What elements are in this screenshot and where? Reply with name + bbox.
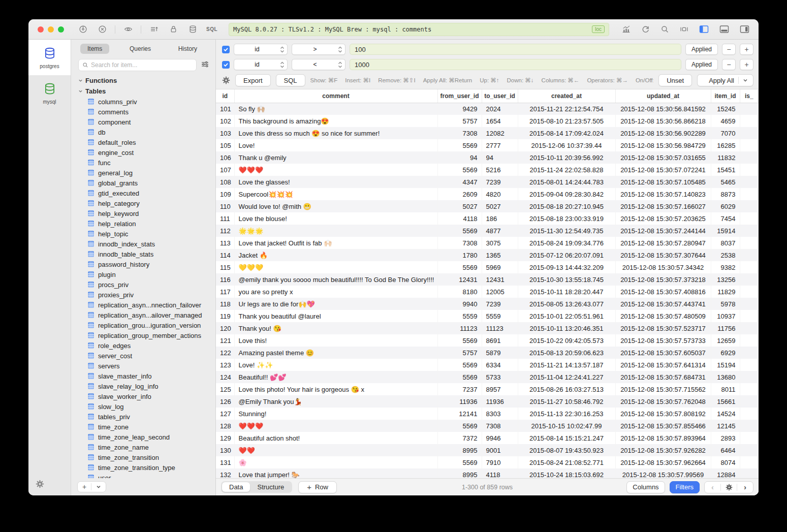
- unset-button[interactable]: Unset: [658, 74, 692, 86]
- table-row[interactable]: 123 Love! ✨✨ 5569 6334 2015-11-21 14:13:…: [216, 359, 759, 371]
- cell-item-id[interactable]: 13256: [711, 273, 740, 286]
- cell-is[interactable]: [740, 359, 759, 371]
- focus-mode-icon[interactable]: [676, 23, 691, 36]
- filter-enabled-checkbox[interactable]: [222, 61, 230, 69]
- cell-to-user-id[interactable]: 4820: [482, 188, 518, 200]
- cell-from-user-id[interactable]: 5569: [437, 334, 482, 347]
- columns-button[interactable]: Columns: [626, 481, 665, 493]
- cell-comment[interactable]: Would love to! @mith 😬: [234, 200, 437, 212]
- cell-updated-at[interactable]: 2015-12-08 15:30:57.072241: [615, 164, 711, 176]
- table-row[interactable]: 106 Thank u @emily 94 94 2015-10-11 20:3…: [216, 151, 759, 164]
- filter-applied-button[interactable]: Applied: [685, 44, 718, 55]
- sidebar-table-item[interactable]: component: [78, 117, 215, 127]
- cell-item-id[interactable]: 11832: [711, 151, 740, 164]
- col-header-created-at[interactable]: created_at: [518, 89, 615, 103]
- cell-from-user-id[interactable]: 5569: [437, 261, 482, 273]
- cell-updated-at[interactable]: 2015-12-08 15:30:57.280947: [615, 237, 711, 249]
- cell-updated-at[interactable]: 2015-12-08 15:30:57.105485: [615, 176, 711, 188]
- table-row[interactable]: 105 Love! 5569 2777 2015-12-06 10:37:39.…: [216, 139, 759, 151]
- cell-updated-at[interactable]: 2015-12-08 15:30:57.480509: [615, 310, 711, 322]
- search-icon[interactable]: [657, 23, 672, 36]
- cell-created-at[interactable]: 2015-11-27 10:58:46.792: [518, 395, 615, 408]
- cell-is[interactable]: [740, 200, 759, 212]
- connection-postgres[interactable]: postgres: [28, 40, 71, 75]
- table-row[interactable]: 121 Love this! 5569 8691 2015-10-22 09:4…: [216, 334, 759, 347]
- sidebar-table-item[interactable]: time_zone_leap_second: [78, 432, 215, 442]
- add-item-button[interactable]: +: [78, 483, 91, 491]
- cell-item-id[interactable]: 15661: [711, 395, 740, 408]
- add-row-button[interactable]: + Row: [298, 481, 337, 493]
- cell-created-at[interactable]: 2015-09-13 14:44:32.209: [518, 261, 615, 273]
- cell-comment[interactable]: Love!: [234, 139, 437, 151]
- sidebar-table-item[interactable]: plugin: [78, 269, 215, 279]
- cell-item-id[interactable]: 12145: [711, 420, 740, 432]
- cell-item-id[interactable]: 4659: [711, 115, 740, 127]
- sidebar-table-item[interactable]: slave_master_info: [78, 371, 215, 381]
- table-row[interactable]: 109 Supercool💥💥💥 2609 4820 2015-09-04 09…: [216, 188, 759, 200]
- cell-created-at[interactable]: 2015-12-06 10:37:39.44: [518, 139, 615, 151]
- cell-item-id[interactable]: 7454: [711, 212, 740, 225]
- toggle-right-panel-icon[interactable]: [736, 23, 752, 36]
- cell-is[interactable]: [740, 420, 759, 432]
- connection-mysql[interactable]: mysql: [28, 75, 71, 111]
- cell-comment[interactable]: Jacket 🔥: [234, 249, 437, 261]
- cell-created-at[interactable]: 2015-08-14 17:09:42.024: [518, 127, 615, 139]
- cell-from-user-id[interactable]: 7237: [437, 383, 482, 395]
- cell-created-at[interactable]: 2015-11-13 22:30:16.253: [518, 408, 615, 420]
- sidebar-table-item[interactable]: time_zone_transition_type: [78, 462, 215, 473]
- cell-updated-at[interactable]: 2015-12-08 15:30:57.715562: [615, 383, 711, 395]
- filter-remove-button[interactable]: −: [722, 44, 736, 55]
- table-row[interactable]: 129 Beautiful action shot! 7372 9946 201…: [216, 432, 759, 444]
- cell-from-user-id[interactable]: 11123: [437, 322, 482, 334]
- filter-add-button[interactable]: +: [740, 59, 753, 70]
- sidebar-table-item[interactable]: func: [78, 158, 215, 168]
- cell-id[interactable]: 107: [216, 164, 234, 176]
- cell-item-id[interactable]: 13680: [711, 371, 740, 383]
- cell-from-user-id[interactable]: 7308: [437, 237, 482, 249]
- cell-comment[interactable]: Love the glasses!: [234, 176, 437, 188]
- cell-to-user-id[interactable]: 7239: [482, 176, 518, 188]
- cell-created-at[interactable]: 2015-08-24 19:09:34.776: [518, 237, 615, 249]
- cell-to-user-id[interactable]: 5733: [482, 371, 518, 383]
- cell-from-user-id[interactable]: 5559: [437, 310, 482, 322]
- cell-id[interactable]: 117: [216, 286, 234, 298]
- cell-is[interactable]: [740, 139, 759, 151]
- cell-from-user-id[interactable]: 4347: [437, 176, 482, 188]
- cell-id[interactable]: 103: [216, 127, 234, 139]
- cell-to-user-id[interactable]: 7308: [482, 420, 518, 432]
- cell-id[interactable]: 105: [216, 139, 234, 151]
- cell-updated-at[interactable]: 2015-12-08 15:30:57.307644: [615, 249, 711, 261]
- sidebar-table-item[interactable]: replication_asyn...ailover_managed: [78, 310, 215, 320]
- cell-from-user-id[interactable]: 5027: [437, 200, 482, 212]
- cell-comment[interactable]: Beautiful!! 💕💕: [234, 371, 437, 383]
- cell-comment[interactable]: Love that jacket! Outfit is fab 🙌🏻: [234, 237, 437, 249]
- cell-id[interactable]: 118: [216, 298, 234, 310]
- cell-to-user-id[interactable]: 8957: [482, 383, 518, 395]
- tab-history[interactable]: History: [171, 44, 204, 54]
- cell-comment[interactable]: 🌟🌟🌟: [234, 225, 437, 237]
- sidebar-table-item[interactable]: help_category: [78, 198, 215, 208]
- lock-icon[interactable]: [166, 23, 181, 36]
- cell-from-user-id[interactable]: 7308: [437, 127, 482, 139]
- minimize-window-button[interactable]: [48, 26, 54, 33]
- cell-id[interactable]: 111: [216, 212, 234, 225]
- col-header-id[interactable]: id: [216, 89, 234, 103]
- cell-comment[interactable]: Beautiful action shot!: [234, 432, 437, 444]
- cell-updated-at[interactable]: 2015-12-08 15:30:57.34342: [615, 261, 711, 273]
- cell-id[interactable]: 112: [216, 225, 234, 237]
- sidebar-table-item[interactable]: server_cost: [78, 351, 215, 361]
- cell-to-user-id[interactable]: 9946: [482, 432, 518, 444]
- cell-to-user-id[interactable]: 5027: [482, 200, 518, 212]
- cell-created-at[interactable]: 2015-08-10 21:23:57.505: [518, 115, 615, 127]
- table-row[interactable]: 101 So fly 🙌🏼 9429 2024 2015-11-21 22:12…: [216, 103, 759, 115]
- cell-to-user-id[interactable]: 7239: [482, 298, 518, 310]
- col-header-from-user-id[interactable]: from_user_id: [437, 89, 482, 103]
- cell-to-user-id[interactable]: 12082: [482, 127, 518, 139]
- table-row[interactable]: 120 Thank you! 😘 11123 11123 2015-10-11 …: [216, 322, 759, 334]
- filter-operator-select[interactable]: >: [292, 44, 345, 55]
- sql-preview-button[interactable]: SQL: [276, 74, 305, 86]
- cell-id[interactable]: 108: [216, 176, 234, 188]
- cell-comment[interactable]: Thank you! 😘: [234, 322, 437, 334]
- cell-from-user-id[interactable]: 8995: [437, 444, 482, 456]
- cell-from-user-id[interactable]: 5757: [437, 347, 482, 359]
